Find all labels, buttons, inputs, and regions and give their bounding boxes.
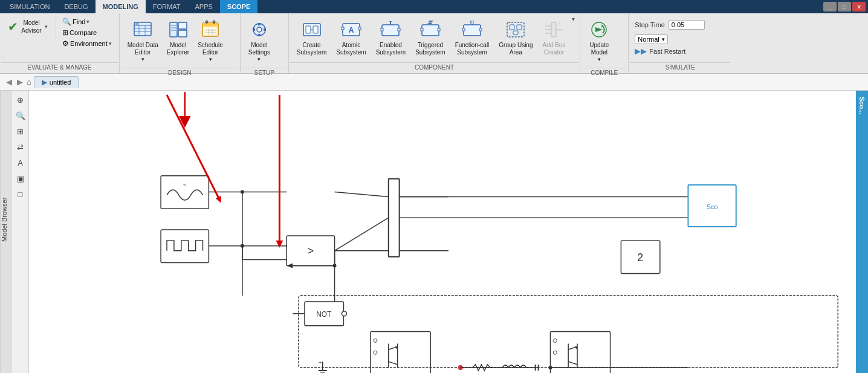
svg-rect-76 bbox=[389, 179, 400, 257]
model-data-editor-dropdown: ▾ bbox=[141, 56, 144, 62]
svg-text:>: > bbox=[308, 245, 314, 257]
compare-label: Compare bbox=[70, 29, 97, 36]
function-call-subsystem-button[interactable]: f() Function-callSubsystem bbox=[451, 16, 494, 59]
group-using-area-icon bbox=[505, 19, 526, 41]
create-subsystem-button[interactable]: CreateSubsystem bbox=[293, 16, 331, 59]
svg-rect-66 bbox=[161, 230, 209, 263]
svg-rect-37 bbox=[382, 25, 399, 36]
group-using-area-button[interactable]: Group UsingArea bbox=[494, 16, 537, 59]
svg-rect-30 bbox=[306, 26, 311, 33]
model-explorer-label: ModelExplorer bbox=[167, 42, 189, 56]
svg-text:+: + bbox=[558, 21, 561, 27]
compare-button[interactable]: ⊞ Compare bbox=[61, 28, 113, 37]
canvas-area: ~ > bbox=[29, 91, 856, 373]
schedule-editor-button[interactable]: ScheduleEditor ▾ bbox=[193, 16, 227, 65]
sidebar-text-button[interactable]: A bbox=[14, 156, 27, 169]
find-dropdown-icon: ▾ bbox=[86, 19, 89, 25]
model-settings-button[interactable]: ModelSettings ▾ bbox=[244, 16, 274, 65]
svg-rect-41 bbox=[398, 28, 400, 31]
stop-time-label: Stop Time bbox=[635, 21, 665, 28]
svg-rect-54 bbox=[513, 31, 518, 34]
forward-button[interactable]: ▶ bbox=[16, 76, 24, 88]
atomic-subsystem-button[interactable]: A AtomicSubsystem bbox=[332, 16, 370, 59]
add-bus-creator-label: Add BusCreator bbox=[542, 42, 565, 56]
svg-rect-50 bbox=[479, 28, 482, 31]
svg-rect-9 bbox=[178, 30, 187, 37]
compile-content: UpdateModel ▾ bbox=[581, 15, 627, 66]
model-data-editor-button[interactable]: Model DataEditor ▾ bbox=[123, 16, 163, 65]
main-content: Model Browser ⊕ 🔍 ⊞ ⇄ A ▣ □ ~ bbox=[0, 91, 868, 373]
svg-rect-55 bbox=[551, 22, 556, 37]
atomic-subsystem-label: AtomicSubsystem bbox=[336, 42, 366, 56]
svg-point-103 bbox=[374, 351, 377, 354]
schedule-editor-label: ScheduleEditor bbox=[198, 42, 223, 56]
triggered-subsystem-button[interactable]: TriggeredSubsystem bbox=[411, 16, 449, 59]
enabled-subsystem-icon bbox=[380, 19, 401, 41]
sidebar-add-button[interactable]: ⊕ bbox=[14, 93, 27, 106]
setup-content: ModelSettings ▾ bbox=[242, 15, 287, 66]
check-icon: ✔ bbox=[8, 19, 18, 34]
model-tab[interactable]: ▶ untitled bbox=[34, 76, 79, 88]
advisor-dropdown-icon: ▾ bbox=[45, 24, 48, 30]
back-button[interactable]: ◀ bbox=[5, 76, 13, 88]
evaluate-manage-content: ✔ Model Advisor ▾ 🔍 Find ▾ ⊞ Compare ⚙ bbox=[1, 15, 118, 61]
svg-point-112 bbox=[553, 351, 557, 354]
tab-simulation[interactable]: SIMULATION bbox=[2, 0, 57, 13]
model-browser-panel[interactable]: Model Browser bbox=[0, 91, 12, 373]
model-advisor-button[interactable]: ✔ Model Advisor ▾ bbox=[4, 16, 52, 37]
tab-format[interactable]: FORMAT bbox=[146, 0, 188, 13]
tab-modeling[interactable]: MODELING bbox=[96, 0, 146, 13]
sidebar-zoom-button[interactable]: 🔍 bbox=[14, 109, 27, 122]
add-bus-creator-button[interactable]: + Add BusCreator bbox=[538, 16, 569, 59]
tab-debug[interactable]: DEBUG bbox=[57, 0, 95, 13]
model-settings-label: ModelSettings bbox=[248, 42, 270, 56]
triggered-subsystem-label: TriggeredSubsystem bbox=[415, 42, 445, 56]
group-using-area-label: Group UsingArea bbox=[499, 42, 533, 56]
env-dropdown-icon: ▾ bbox=[109, 41, 112, 47]
svg-rect-42 bbox=[422, 25, 439, 36]
find-button[interactable]: 🔍 Find ▾ bbox=[61, 17, 113, 27]
environment-button[interactable]: ⚙ Environment ▾ bbox=[61, 39, 113, 48]
compile-label: COMPILE bbox=[581, 68, 627, 77]
sidebar-swap-button[interactable]: ⇄ bbox=[14, 140, 27, 154]
update-model-button[interactable]: UpdateModel ▾ bbox=[584, 16, 614, 65]
svg-rect-31 bbox=[313, 26, 318, 33]
function-call-subsystem-icon: f() bbox=[461, 19, 483, 41]
enabled-subsystem-button[interactable]: EnabledSubsystem bbox=[372, 16, 410, 59]
sidebar-image-button[interactable]: ▣ bbox=[14, 172, 27, 185]
environment-label: Environment bbox=[70, 40, 108, 47]
compile-section: UpdateModel ▾ COMPILE bbox=[580, 13, 629, 73]
close-button[interactable]: ✕ bbox=[852, 2, 866, 11]
stop-time-input[interactable] bbox=[669, 20, 705, 30]
minimize-button[interactable]: _ bbox=[823, 2, 837, 11]
svg-rect-45 bbox=[438, 28, 440, 31]
maximize-button[interactable]: □ bbox=[838, 2, 851, 11]
update-model-dropdown: ▾ bbox=[598, 56, 601, 62]
svg-rect-25 bbox=[258, 23, 261, 25]
svg-text:A: A bbox=[349, 26, 354, 34]
window-controls: _ □ ✕ bbox=[823, 2, 866, 11]
tab-apps[interactable]: APPS bbox=[187, 0, 219, 13]
svg-marker-39 bbox=[389, 21, 392, 23]
model-explorer-button[interactable]: ModelExplorer bbox=[163, 16, 193, 59]
tab-scope[interactable]: SCOPE bbox=[220, 0, 258, 13]
enabled-subsystem-label: EnabledSubsystem bbox=[376, 42, 406, 56]
svg-rect-46 bbox=[464, 25, 481, 36]
simulate-section: Stop Time Normal ▾ ▶▶ Fast Restart SIMUL… bbox=[629, 13, 731, 73]
svg-point-89 bbox=[342, 311, 346, 316]
canvas-svg: ~ > bbox=[29, 91, 856, 373]
fast-restart-row[interactable]: ▶▶ Fast Restart bbox=[635, 47, 685, 56]
evaluate-manage-label: EVALUATE & MANAGE bbox=[1, 62, 118, 72]
normal-dropdown[interactable]: Normal ▾ bbox=[635, 34, 667, 44]
svg-rect-49 bbox=[462, 28, 465, 31]
svg-rect-53 bbox=[517, 25, 522, 30]
component-more-arrow[interactable]: ▾ bbox=[571, 16, 576, 22]
svg-rect-95 bbox=[371, 332, 430, 373]
svg-rect-6 bbox=[135, 23, 139, 25]
home-icon[interactable]: ⌂ bbox=[27, 77, 31, 86]
sidebar-block-button[interactable]: □ bbox=[14, 187, 27, 201]
model-tab-icon: ▶ bbox=[42, 78, 47, 86]
sidebar-fit-button[interactable]: ⊞ bbox=[14, 125, 27, 138]
function-call-subsystem-label: Function-callSubsystem bbox=[455, 42, 490, 56]
scope-label: Sco... bbox=[858, 97, 866, 114]
